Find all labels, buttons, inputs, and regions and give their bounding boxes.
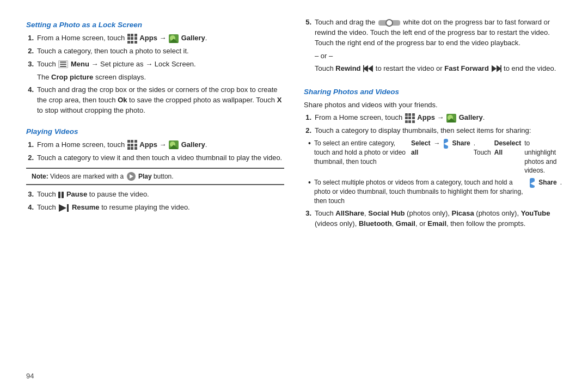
- share-icon: [530, 178, 535, 188]
- right-column: 5. Touch and drag the white dot on the p…: [304, 17, 562, 375]
- section-lock-screen-title: Setting a Photo as a Lock Screen: [26, 21, 284, 29]
- list-item: 4. Touch and drag the crop box or the si…: [26, 85, 284, 116]
- gallery-label: Gallery: [459, 113, 483, 121]
- gallery-label: Gallery: [181, 140, 205, 149]
- list-item: 1. From a Home screen, touch Apps → Gall…: [26, 33, 284, 44]
- list-item: 2. Touch a category to display thumbnail…: [304, 126, 562, 136]
- section-playing-videos-title: Playing Videos: [26, 127, 284, 136]
- list-item: 2. Touch a category, then touch a photo …: [26, 46, 284, 57]
- page-number: 94: [26, 372, 34, 380]
- apps-label: Apps: [139, 34, 157, 42]
- svg-rect-1: [67, 204, 69, 212]
- rewind-icon: [363, 65, 373, 72]
- left-column: Setting a Photo as a Lock Screen 1. From…: [26, 17, 284, 375]
- list-item: 1. From a Home screen, touch Apps → Gall…: [304, 113, 562, 123]
- list-item: 2. Touch a category to view it and then …: [26, 153, 284, 163]
- gallery-icon: [169, 140, 179, 149]
- rewind-line: Touch Rewind to restart the video or Fas…: [315, 64, 562, 74]
- sharing-bullets: To select an entire category, touch and …: [308, 139, 562, 206]
- progress-bar-icon: [378, 20, 400, 26]
- play-label: Play: [138, 173, 152, 180]
- menu-label: Menu: [71, 60, 89, 68]
- list-item-indent: The Crop picture screen displays.: [37, 72, 284, 83]
- svg-marker-5: [492, 65, 497, 72]
- svg-marker-2: [368, 65, 373, 72]
- note-box: Note: Videos are marked with a Play butt…: [26, 168, 284, 186]
- gallery-label: Gallery: [181, 34, 205, 42]
- svg-rect-4: [363, 65, 364, 72]
- list-item: 3. Touch Menu → Set picture as → Lock Sc…: [26, 59, 284, 70]
- list-item: 5. Touch and drag the white dot on the p…: [304, 17, 562, 48]
- gallery-icon: [446, 114, 456, 122]
- gallery-icon: [169, 34, 179, 43]
- pause-label: Pause: [66, 190, 87, 198]
- menu-icon: [58, 60, 68, 68]
- apps-label: Apps: [417, 113, 435, 121]
- share-icon: [444, 139, 448, 149]
- svg-rect-7: [500, 65, 501, 72]
- section-progress: 5. Touch and drag the white dot on the p…: [304, 17, 562, 77]
- fast-forward-icon: [492, 65, 501, 72]
- bullet-item: To select an entire category, touch and …: [308, 139, 562, 175]
- list-item: 3. Touch Pause to pause the video.: [26, 189, 284, 200]
- list-item: 1. From a Home screen, touch Apps → Gall…: [26, 140, 284, 150]
- play-circle-icon: [127, 172, 136, 181]
- resume-icon: [59, 204, 69, 212]
- resume-label: Resume: [72, 203, 100, 211]
- bullet-item: To select multiple photos or videos from…: [308, 178, 562, 205]
- section-playing-videos: Playing Videos 1. From a Home screen, to…: [26, 124, 284, 216]
- list-item: 3. Touch AllShare, Social Hub (photos on…: [304, 209, 562, 229]
- svg-marker-0: [59, 204, 66, 212]
- list-item: 4. Touch Resume to resume playing the vi…: [26, 203, 284, 213]
- section-lock-screen: Setting a Photo as a Lock Screen 1. From…: [26, 17, 284, 119]
- or-separator: – or –: [315, 51, 562, 61]
- section-sharing-title: Sharing Photos and Videos: [304, 88, 562, 96]
- pause-icon: [58, 192, 64, 198]
- apps-icon: [405, 113, 415, 123]
- sharing-intro: Share photos and videos with your friend…: [304, 100, 562, 111]
- apps-icon: [127, 140, 137, 150]
- apps-icon: [127, 34, 137, 44]
- section-sharing: Sharing Photos and Videos Share photos a…: [304, 84, 562, 232]
- apps-label: Apps: [139, 140, 157, 149]
